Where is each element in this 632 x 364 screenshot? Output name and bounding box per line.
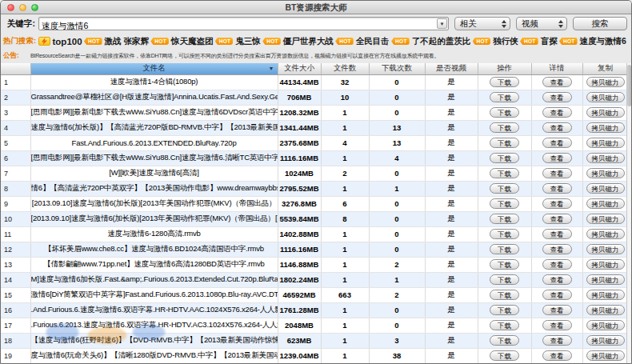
- download-button[interactable]: 下载: [490, 77, 519, 87]
- vertical-scrollbar[interactable]: [626, 63, 631, 363]
- copy-magnet-button[interactable]: 拷贝磁力: [586, 259, 625, 270]
- copy-magnet-button[interactable]: 拷贝磁力: [586, 290, 625, 300]
- download-button[interactable]: 下载: [490, 244, 519, 254]
- view-button[interactable]: 查看: [542, 244, 572, 254]
- download-button[interactable]: 下载: [490, 214, 519, 224]
- copy-magnet-button[interactable]: 拷贝磁力: [586, 229, 625, 239]
- file-name[interactable]: 速度与激情1-4合辑(1080p): [30, 74, 278, 90]
- download-button[interactable]: 下载: [490, 92, 519, 102]
- download-button[interactable]: 下载: [490, 350, 519, 361]
- view-button[interactable]: 查看: [542, 198, 572, 209]
- download-button[interactable]: 下载: [490, 153, 519, 163]
- view-button[interactable]: 查看: [542, 214, 572, 224]
- view-button[interactable]: 查看: [542, 335, 572, 346]
- copy-magnet-button[interactable]: 拷贝磁力: [586, 153, 625, 163]
- download-button[interactable]: 下载: [490, 290, 519, 300]
- view-button[interactable]: 查看: [542, 320, 572, 330]
- view-button[interactable]: 查看: [542, 274, 572, 285]
- file-name[interactable]: .And.Furious.6.速度与激情6.双语字幕.HR-HDTV.AAC.1…: [30, 302, 278, 318]
- file-name[interactable]: 度与激情6(玩命关头6)】【清晰1280版DVD-RMVB.中字】【2013最新…: [30, 348, 278, 363]
- file-name[interactable]: 情6】【高清蓝光720P中英双字】【2013美国动作电影】www.dreamwa…: [30, 181, 278, 196]
- copy-magnet-button[interactable]: 拷贝磁力: [586, 198, 625, 209]
- hot-item[interactable]: HOT 惊天魔盗团: [150, 36, 213, 47]
- view-button[interactable]: 查看: [542, 77, 572, 87]
- copy-magnet-button[interactable]: 拷贝磁力: [586, 168, 625, 178]
- view-button[interactable]: 查看: [542, 153, 572, 163]
- copy-magnet-button[interactable]: 拷贝磁力: [586, 335, 625, 346]
- header-file-count[interactable]: 文件数: [321, 63, 369, 74]
- type-popup[interactable]: 视频: [516, 17, 567, 30]
- copy-magnet-button[interactable]: 拷贝磁力: [586, 107, 625, 118]
- search-input[interactable]: [39, 21, 436, 33]
- download-button[interactable]: 下载: [490, 122, 519, 133]
- hot-item[interactable]: HOT 全民目击: [335, 36, 390, 47]
- file-name[interactable]: 【倩影翩翩www.71pp.net】速度与激情6高清1280BD英语中字.rmv…: [30, 257, 278, 272]
- view-button[interactable]: 查看: [542, 229, 572, 239]
- copy-magnet-button[interactable]: 拷贝磁力: [586, 320, 625, 330]
- copy-magnet-button[interactable]: 拷贝磁力: [586, 350, 625, 361]
- file-name[interactable]: M]速度与激情6加长版.Fast.&amp;.Furious.6.2013.Ex…: [30, 272, 278, 287]
- header-file-name[interactable]: 文件名 ▼: [30, 63, 278, 74]
- file-name[interactable]: .Furious.6.2013.速度与激情6.双语字幕.HR-HDTV.AC3.…: [30, 318, 278, 333]
- search-button[interactable]: 搜索: [573, 17, 627, 30]
- copy-magnet-button[interactable]: 拷贝磁力: [586, 77, 625, 87]
- file-name[interactable]: [2013.09.10]速度与激情6(加长版)[2013年美国动作犯罪(MKV)…: [30, 211, 278, 226]
- view-button[interactable]: 查看: [542, 259, 572, 270]
- file-name[interactable]: [思雨电影网][最新电影下载去wWw.SiYu88.Cn]速度与激情6.清晰TC…: [30, 150, 278, 166]
- combo-dropdown-icon[interactable]: ▼: [437, 18, 447, 29]
- view-button[interactable]: 查看: [542, 122, 572, 133]
- download-button[interactable]: 下载: [490, 274, 519, 285]
- view-button[interactable]: 查看: [542, 350, 572, 361]
- file-name[interactable]: [思雨电影网][最新电影下载去wWw.SiYu88.Cn]速度与激情6DVDsc…: [30, 105, 278, 120]
- copy-magnet-button[interactable]: 拷贝磁力: [586, 92, 625, 102]
- file-name[interactable]: 速度与激情6-1280高清.rmvb: [30, 226, 278, 242]
- download-button[interactable]: 下载: [490, 320, 519, 330]
- download-button[interactable]: 下载: [490, 198, 519, 209]
- hot-item[interactable]: HOT 盲探: [520, 36, 558, 47]
- hot-badge-icon: HOT: [391, 38, 410, 45]
- copy-magnet-button[interactable]: 拷贝磁力: [586, 183, 625, 194]
- file-name[interactable]: 【速度与激情6(狂野时速6)】【DVD-RMVB.中字】【2013最新美国动作惊…: [30, 333, 278, 348]
- hot-item[interactable]: HOT 了不起的盖茨比: [391, 36, 470, 47]
- copy-magnet-button[interactable]: 拷贝磁力: [586, 274, 625, 285]
- view-button[interactable]: 查看: [542, 107, 572, 118]
- scrollbar-thumb[interactable]: [627, 65, 631, 106]
- file-name[interactable]: 【坏坏美眉www.che8.cc】速度与激情6.BD1024高清国语中字.rmv…: [30, 242, 278, 257]
- view-button[interactable]: 查看: [542, 183, 572, 194]
- copy-magnet-button[interactable]: 拷贝磁力: [586, 244, 625, 254]
- hot-item[interactable]: HOT 僵尸世界大战: [262, 36, 334, 47]
- copy-magnet-button[interactable]: 拷贝磁力: [586, 305, 625, 315]
- hot-item-top100[interactable]: top100: [38, 37, 82, 46]
- copy-magnet-button[interactable]: 拷贝磁力: [586, 122, 625, 133]
- download-button[interactable]: 下载: [490, 335, 519, 346]
- download-button[interactable]: 下载: [490, 107, 519, 118]
- header-is-video[interactable]: 是否视频: [425, 63, 478, 74]
- download-button[interactable]: 下载: [490, 305, 519, 315]
- view-button[interactable]: 查看: [542, 168, 572, 178]
- copy-magnet-button[interactable]: 拷贝磁力: [586, 138, 625, 148]
- download-button[interactable]: 下载: [490, 259, 519, 270]
- table-row: 1 速度与激情1-4合辑(1080p) 44134.4MB 32 0 是 下载 …: [1, 74, 628, 90]
- header-file-size[interactable]: 文件大小: [278, 63, 321, 74]
- header-download-count[interactable]: 下载次数: [369, 63, 425, 74]
- view-button[interactable]: 查看: [542, 138, 572, 148]
- view-button[interactable]: 查看: [542, 305, 572, 315]
- download-button[interactable]: 下载: [490, 183, 519, 194]
- file-name[interactable]: 激情6[DiY简繁双语中英字幕]Fast.and.Furious.6.2013.…: [30, 287, 278, 302]
- copy-magnet-button[interactable]: 拷贝磁力: [586, 214, 625, 224]
- category-popup[interactable]: 相关: [454, 17, 510, 30]
- file-name[interactable]: Fast.And.Furious.6.2013.EXTENDED.BluRay.…: [30, 135, 278, 150]
- file-name[interactable]: 速度与激情6(加长版)】【高清蓝光720P版BD-RMVB.中字】【2013最新…: [30, 120, 278, 135]
- hot-item[interactable]: HOT 独行侠: [473, 36, 518, 47]
- file-name[interactable]: [W][欧美]速度与激情6[高清]: [30, 166, 278, 181]
- file-name[interactable]: Grassandtree@草榴社区@[H版速度与激情]Annina.Ucatis…: [30, 90, 278, 105]
- download-button[interactable]: 下载: [490, 138, 519, 148]
- download-button[interactable]: 下载: [490, 168, 519, 178]
- view-button[interactable]: 查看: [542, 290, 572, 300]
- view-button[interactable]: 查看: [542, 92, 572, 102]
- hot-item[interactable]: HOT 激战 张家辉: [84, 36, 149, 47]
- file-name[interactable]: [2013.09.10]速度与激情6(加长版)[2013年美国动作犯罪(MKV)…: [30, 196, 278, 211]
- hot-item[interactable]: HOT 速度与激情6: [559, 36, 626, 47]
- download-button[interactable]: 下载: [490, 229, 519, 239]
- hot-item[interactable]: HOT 鬼三惊: [215, 36, 261, 47]
